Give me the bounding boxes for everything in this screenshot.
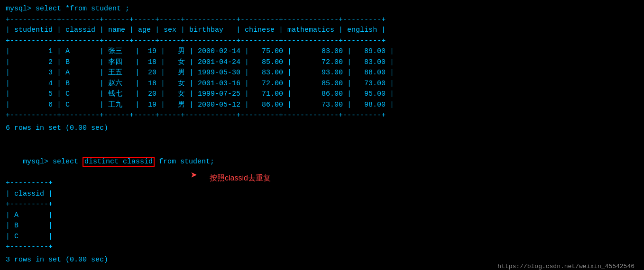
- table-row: | 2 | B | 李四 | 18 | 女 | 2001-04-24 | 85.…: [6, 57, 638, 68]
- table-row: | 5 | C | 钱七 | 20 | 女 | 1999-07-25 | 71.…: [6, 89, 638, 100]
- query2-prompt-line: mysql> select distinct classid from stud…: [6, 146, 638, 179]
- query2-prompt-after: from student;: [155, 158, 214, 166]
- table2-border-bot: +---------+: [6, 242, 638, 253]
- table1-border-mid: +-----------+---------+------+-----+----…: [6, 36, 638, 47]
- query2-prompt-before: mysql> select: [23, 158, 83, 166]
- table2-border-mid: +---------+: [6, 199, 638, 210]
- table1-border-bot: +-----------+---------+------+-----+----…: [6, 110, 638, 121]
- annotation-text: 按照classid去重复: [210, 173, 271, 183]
- table-row: | A |: [6, 210, 638, 221]
- query1-prompt: mysql> select *from student ;: [6, 4, 638, 15]
- page-url: https://blog.csdn.net/weixin_45542546: [497, 263, 635, 270]
- table1-border-top: +-----------+---------+------+-----+----…: [6, 15, 638, 26]
- table-row: | 4 | B | 赵六 | 18 | 女 | 2001-03-16 | 72.…: [6, 79, 638, 90]
- annotation-arrow: ➤: [191, 169, 197, 182]
- table-row: | 3 | A | 王五 | 20 | 男 | 1999-05-30 | 83.…: [6, 68, 638, 79]
- query1-result: 6 rows in set (0.00 sec): [6, 123, 638, 134]
- table2-border-top: +---------+: [6, 178, 638, 189]
- query2-highlight: distinct classid: [83, 157, 155, 167]
- table2-header: | classid |: [6, 189, 638, 200]
- terminal-window: mysql> select *from student ; +---------…: [6, 4, 638, 270]
- table2-rows: | A || B || C |: [6, 210, 638, 243]
- table-row: | C |: [6, 232, 638, 243]
- table1-header: | studentid | classid | name | age | sex…: [6, 25, 638, 36]
- table-row: | 6 | C | 王九 | 19 | 男 | 2000-05-12 | 86.…: [6, 100, 638, 111]
- table-row: | 1 | A | 张三 | 19 | 男 | 2000-02-14 | 75.…: [6, 46, 638, 57]
- table1-rows: | 1 | A | 张三 | 19 | 男 | 2000-02-14 | 75.…: [6, 46, 638, 110]
- table-row: | B |: [6, 221, 638, 232]
